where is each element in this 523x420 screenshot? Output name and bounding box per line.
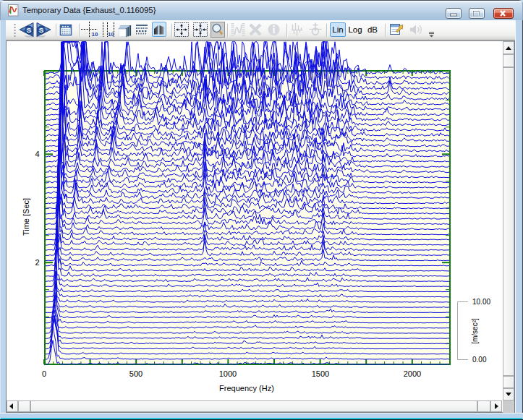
svg-text:0: 0 (199, 27, 202, 33)
svg-text:S: S (27, 26, 31, 34)
svg-text:Log: Log (348, 25, 362, 34)
svg-text:S: S (39, 26, 43, 34)
svg-text:dB: dB (367, 25, 378, 34)
svg-text:Lin: Lin (332, 25, 343, 34)
svg-text:10: 10 (108, 31, 114, 38)
svg-text:10: 10 (92, 31, 98, 38)
